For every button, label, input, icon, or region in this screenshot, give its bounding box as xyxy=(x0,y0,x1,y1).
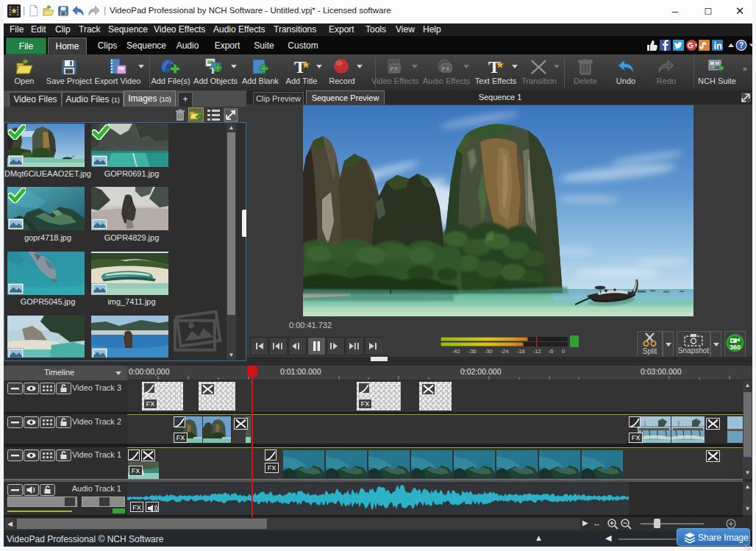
svg-text:SUB: SUB xyxy=(710,65,718,70)
svg-text:-36: -36 xyxy=(468,348,477,355)
svg-text:0:02:00.000: 0:02:00.000 xyxy=(460,367,502,376)
svg-text:0:03:00.000: 0:03:00.000 xyxy=(641,367,682,376)
svg-text:0: 0 xyxy=(562,348,566,355)
svg-text:0:01:00.000: 0:01:00.000 xyxy=(280,367,321,376)
svg-text:-24: -24 xyxy=(500,348,509,355)
svg-text:-42: -42 xyxy=(452,348,460,355)
svg-text:-12: -12 xyxy=(532,348,541,355)
svg-text:FX: FX xyxy=(442,65,450,72)
svg-text:-18: -18 xyxy=(516,348,525,355)
svg-text:360: 360 xyxy=(730,344,741,351)
svg-text:-6: -6 xyxy=(548,348,554,355)
svg-text:-30: -30 xyxy=(484,348,493,355)
svg-text:0:00:00,000: 0:00:00,000 xyxy=(129,367,170,376)
svg-text:?: ? xyxy=(739,41,743,49)
svg-text:FX: FX xyxy=(391,65,399,72)
